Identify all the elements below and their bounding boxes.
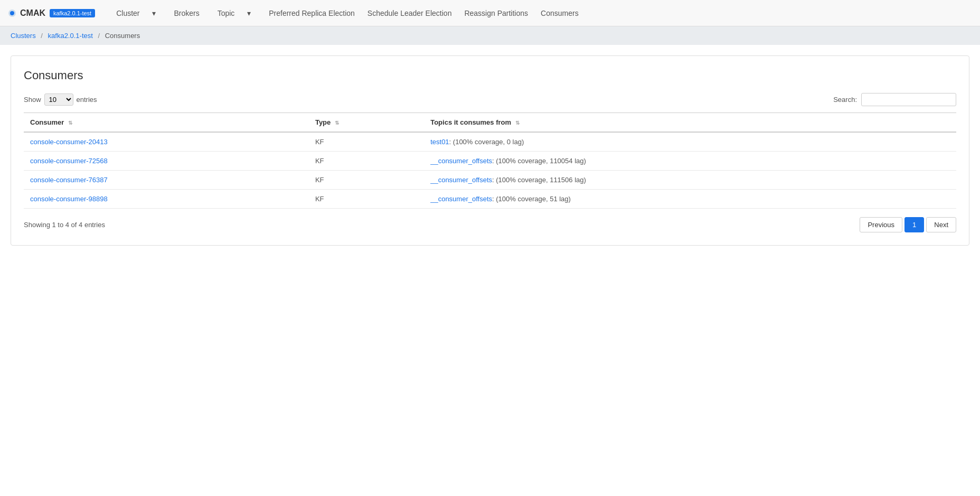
nav-preferred-replica[interactable]: Preferred Replica Election — [263, 6, 360, 21]
topic-info: : (100% coverage, 51 lag) — [492, 195, 571, 203]
page-1-button[interactable]: 1 — [904, 217, 924, 232]
cluster-caret: ▾ — [147, 6, 161, 21]
type-cell: KF — [309, 190, 424, 209]
topic-info: : (100% coverage, 110054 lag) — [492, 157, 586, 165]
consumer-cell: console-consumer-72568 — [24, 152, 309, 171]
topic-caret: ▾ — [242, 6, 256, 21]
sort-icon-consumer: ⇅ — [68, 120, 72, 126]
topic-info: : (100% coverage, 0 lag) — [449, 138, 524, 146]
col-topics[interactable]: Topics it consumes from ⇅ — [424, 113, 956, 133]
topics-cell: __consumer_offsets: (100% coverage, 1115… — [424, 171, 956, 190]
show-label: Show — [24, 96, 41, 104]
nav-consumers[interactable]: Consumers — [535, 6, 584, 21]
consumer-link[interactable]: console-consumer-76387 — [30, 176, 108, 184]
main-card: Consumers Show 10 25 50 100 entries Sear… — [11, 55, 969, 246]
type-cell: KF — [309, 171, 424, 190]
nav-cluster[interactable]: Cluster ▾ — [106, 3, 166, 24]
consumers-table: Consumer ⇅ Type ⇅ Topics it consumes fro… — [24, 113, 956, 209]
entries-select[interactable]: 10 25 50 100 — [44, 93, 73, 106]
brand-name: CMAK — [20, 8, 45, 18]
nav-brokers[interactable]: Brokers — [168, 6, 204, 21]
navbar: CMAK kafka2.0.1-test Cluster ▾ Brokers T… — [0, 0, 980, 26]
table-row: console-consumer-20413KFtest01: (100% co… — [24, 132, 956, 152]
nav-topic[interactable]: Topic ▾ — [207, 3, 262, 24]
show-entries-control: Show 10 25 50 100 entries — [24, 93, 97, 106]
search-box: Search: — [833, 93, 956, 106]
previous-button[interactable]: Previous — [860, 217, 902, 232]
topic-link[interactable]: __consumer_offsets — [430, 195, 492, 203]
topic-info: : (100% coverage, 111506 lag) — [492, 176, 586, 184]
table-row: console-consumer-98898KF__consumer_offse… — [24, 190, 956, 209]
table-row: console-consumer-72568KF__consumer_offse… — [24, 152, 956, 171]
consumer-link[interactable]: console-consumer-98898 — [30, 195, 108, 203]
breadcrumb: Clusters / kafka2.0.1-test / Consumers — [0, 26, 980, 45]
breadcrumb-sep2: / — [98, 32, 100, 40]
topic-link[interactable]: __consumer_offsets — [430, 157, 492, 165]
table-controls: Show 10 25 50 100 entries Search: — [24, 93, 956, 106]
topics-cell: __consumer_offsets: (100% coverage, 1100… — [424, 152, 956, 171]
pagination-bar: Showing 1 to 4 of 4 entries Previous 1 N… — [24, 217, 956, 232]
consumer-cell: console-consumer-98898 — [24, 190, 309, 209]
table-row: console-consumer-76387KF__consumer_offse… — [24, 171, 956, 190]
consumer-cell: console-consumer-20413 — [24, 132, 309, 152]
breadcrumb-sep1: / — [41, 32, 43, 40]
sort-icon-type: ⇅ — [335, 120, 339, 126]
search-label: Search: — [833, 96, 857, 104]
cluster-badge[interactable]: kafka2.0.1-test — [50, 9, 95, 17]
nav-menu: Cluster ▾ Brokers Topic ▾ Preferred Repl… — [106, 3, 583, 24]
breadcrumb-current: Consumers — [105, 32, 140, 40]
table-header-row: Consumer ⇅ Type ⇅ Topics it consumes fro… — [24, 113, 956, 133]
sort-icon-topics: ⇅ — [515, 120, 520, 126]
page-title: Consumers — [24, 69, 956, 82]
col-type[interactable]: Type ⇅ — [309, 113, 424, 133]
consumer-cell: console-consumer-76387 — [24, 171, 309, 190]
type-cell: KF — [309, 152, 424, 171]
search-input[interactable] — [861, 93, 956, 106]
topic-link[interactable]: __consumer_offsets — [430, 176, 492, 184]
nav-schedule-leader[interactable]: Schedule Leader Election — [362, 6, 457, 21]
topics-cell: __consumer_offsets: (100% coverage, 51 l… — [424, 190, 956, 209]
entries-label: entries — [77, 96, 97, 104]
nav-reassign-partitions[interactable]: Reassign Partitions — [459, 6, 533, 21]
col-consumer[interactable]: Consumer ⇅ — [24, 113, 309, 133]
brand-logo[interactable]: CMAK kafka2.0.1-test — [8, 8, 95, 18]
pagination-controls: Previous 1 Next — [860, 217, 956, 232]
nav-cluster-link[interactable]: Cluster — [111, 6, 145, 21]
topics-cell: test01: (100% coverage, 0 lag) — [424, 132, 956, 152]
breadcrumb-clusters[interactable]: Clusters — [11, 32, 36, 40]
next-button[interactable]: Next — [926, 217, 956, 232]
consumer-link[interactable]: console-consumer-72568 — [30, 157, 108, 165]
topic-link[interactable]: test01 — [430, 138, 449, 146]
page-content: Consumers Show 10 25 50 100 entries Sear… — [0, 45, 980, 256]
nav-topic-link[interactable]: Topic — [212, 6, 240, 21]
consumer-link[interactable]: console-consumer-20413 — [30, 138, 108, 146]
brand-icon — [8, 10, 16, 17]
breadcrumb-cluster-name[interactable]: kafka2.0.1-test — [48, 32, 93, 40]
table-body: console-consumer-20413KFtest01: (100% co… — [24, 132, 956, 209]
type-cell: KF — [309, 132, 424, 152]
pagination-summary: Showing 1 to 4 of 4 entries — [24, 221, 105, 229]
